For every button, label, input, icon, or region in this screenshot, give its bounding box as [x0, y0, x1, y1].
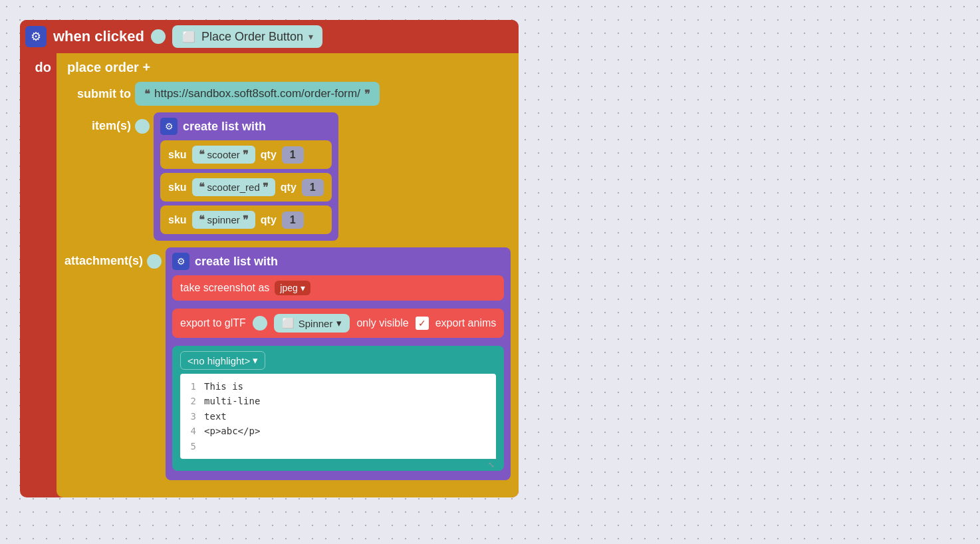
export-gltf-label: export to glTF [180, 317, 246, 329]
text-content: This is multi-line text <p>abc</p> [204, 379, 491, 454]
screenshot-label: take screenshot as [180, 282, 269, 294]
place-order-button-block[interactable]: ⬜ Place Order Button ▾ [172, 25, 322, 48]
highlight-arrow: ▾ [253, 354, 258, 366]
sku-label-2: sku [168, 182, 187, 194]
qty-label-2: qty [281, 182, 297, 194]
submit-to-label: submit to [64, 87, 131, 101]
attachments-connector [147, 254, 162, 269]
header-row: ⚙ when clicked ⬜ Place Order Button ▾ [20, 20, 519, 53]
highlight-dropdown[interactable]: <no highlight> ▾ [180, 351, 265, 370]
attach-gear-icon[interactable]: ⚙ [172, 253, 189, 270]
spinner-button[interactable]: ⬜ Spinner ▾ [274, 314, 350, 333]
spinner-dropdown-arrow: ▾ [336, 317, 342, 329]
qty-value-2[interactable]: 1 [302, 179, 324, 196]
sku-row-scooter-red: sku ❝ scooter_red ❞ qty 1 [160, 173, 332, 202]
sku-value-scooter[interactable]: ❝ scooter ❞ [192, 146, 255, 164]
highlight-block: <no highlight> ▾ 1 2 3 4 5 [172, 346, 504, 471]
sku-label-1: sku [168, 149, 187, 161]
qty-value-3[interactable]: 1 [282, 211, 304, 229]
place-order-plus-label: place order + [64, 60, 511, 75]
screenshot-block: take screenshot as jpeg ▾ [172, 275, 504, 301]
text-editor[interactable]: 1 2 3 4 5 This is multi-line text [180, 374, 496, 459]
qty-label-1: qty [261, 149, 277, 161]
jpeg-label: jpeg [280, 283, 297, 293]
blocks-workspace: ⚙ when clicked ⬜ Place Order Button ▾ do… [20, 20, 967, 497]
do-body: do place order + submit to ❝ https://san… [20, 53, 519, 497]
purple-attach-block: ⚙ create list with take screenshot as jp… [166, 247, 511, 480]
submit-to-row: submit to ❝ https://sandbox.soft8soft.co… [64, 82, 511, 106]
place-order-button-label: Place Order Button [201, 30, 303, 44]
url-value: https://sandbox.soft8soft.com/order-form… [154, 87, 360, 100]
items-row: item(s) ⚙ create list with sku ❝ [64, 112, 511, 241]
sku-value-scooter-red[interactable]: ❝ scooter_red ❞ [192, 178, 275, 196]
close-quote: ❞ [364, 88, 370, 100]
resize-handle[interactable]: ⤡ [180, 459, 496, 471]
sku-label-3: sku [168, 214, 187, 226]
when-clicked-label: when clicked [53, 28, 144, 45]
attachments-row: attachment(s) ⚙ create list with take sc… [64, 247, 511, 480]
items-label: item(s) [64, 112, 131, 133]
export-connector [253, 316, 267, 331]
items-connector [135, 119, 150, 134]
gold-place-order-block: place order + submit to ❝ https://sandbo… [57, 53, 519, 497]
gear-icon[interactable]: ⚙ [25, 26, 47, 47]
purple-gear-icon[interactable]: ⚙ [160, 118, 178, 135]
jpeg-dropdown[interactable]: jpeg ▾ [275, 281, 310, 295]
jpeg-arrow: ▾ [301, 283, 305, 293]
connector-notch [151, 29, 166, 44]
sku-row-spinner: sku ❝ spinner ❞ qty 1 [160, 205, 332, 234]
sku-value-spinner[interactable]: ❝ spinner ❞ [192, 211, 255, 229]
highlight-label: <no highlight> [187, 355, 250, 366]
export-anims-label: export anims [435, 317, 497, 329]
attach-create-list-label: create list with [195, 255, 278, 269]
purple-create-list-block: ⚙ create list with sku ❝ scooter ❞ qty [154, 112, 338, 241]
create-list-label: create list with [183, 120, 266, 134]
attachments-label: attachment(s) [64, 247, 143, 268]
cube-icon: ⬜ [182, 29, 196, 44]
qty-label-3: qty [261, 214, 277, 226]
purple-header: ⚙ create list with [160, 118, 332, 135]
qty-value-1[interactable]: 1 [282, 146, 304, 164]
only-visible-checkbox[interactable]: ✓ [416, 317, 429, 330]
export-gltf-row: export to glTF ⬜ Spinner ▾ only visible … [172, 309, 504, 338]
attach-purple-header: ⚙ create list with [172, 253, 504, 270]
outer-when-clicked-block: ⚙ when clicked ⬜ Place Order Button ▾ do… [20, 20, 519, 497]
sku-row-scooter: sku ❝ scooter ❞ qty 1 [160, 140, 332, 169]
spinner-label: Spinner [299, 318, 333, 329]
line-numbers: 1 2 3 4 5 [185, 379, 196, 454]
url-block[interactable]: ❝ https://sandbox.soft8soft.com/order-fo… [135, 82, 380, 106]
highlight-header: <no highlight> ▾ [180, 351, 496, 370]
dropdown-arrow-icon[interactable]: ▾ [308, 31, 313, 42]
do-label: do [20, 53, 57, 88]
spinner-cube-icon: ⬜ [282, 317, 295, 329]
only-visible-label: only visible [356, 317, 408, 329]
open-quote: ❝ [144, 88, 150, 100]
